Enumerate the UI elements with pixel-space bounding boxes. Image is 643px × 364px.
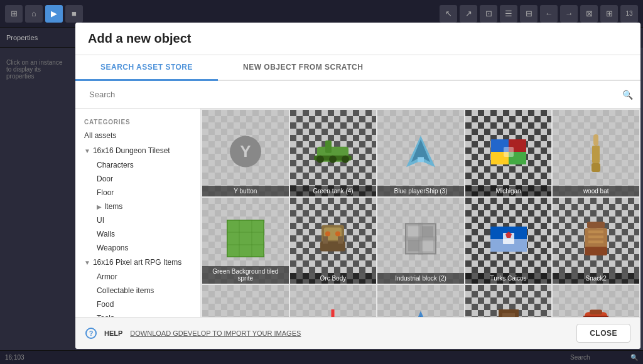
- y-button-icon: Y: [230, 136, 261, 167]
- asset-label: Green tank (4): [290, 186, 377, 196]
- properties-panel: Properties: [0, 28, 75, 48]
- search-bar: 🔍: [75, 81, 640, 109]
- status-bar: 16;103 🔍: [0, 350, 643, 364]
- svg-marker-55: [413, 316, 429, 317]
- asset-label: Snack2: [553, 273, 639, 284]
- svg-point-27: [335, 232, 340, 237]
- sidebar-item-ui[interactable]: UI: [88, 213, 200, 227]
- sidebar-item-collectable[interactable]: Collectable items: [88, 284, 200, 297]
- dungeon-group: Characters Door Floor ▶ Items UI Walls W…: [75, 158, 200, 255]
- svg-rect-37: [404, 237, 437, 242]
- svg-rect-8: [418, 157, 424, 162]
- industrial-icon: [404, 223, 437, 255]
- chevron-down-icon-2: ▼: [84, 259, 90, 266]
- sidebar-item-dungeon[interactable]: ▼ 16x16 Dungeon Tileset: [75, 143, 200, 158]
- asset-label: Industrial block (2): [377, 273, 464, 284]
- asset-label: Turks Caicos: [465, 273, 552, 284]
- toolbar-r2[interactable]: ↗: [460, 5, 477, 23]
- search-icon: 🔍: [622, 90, 633, 100]
- sidebar-item-food[interactable]: Food: [88, 297, 200, 311]
- asset-red-laser[interactable]: Red laser (14): [290, 285, 377, 317]
- modal-footer: ? HELP DOWNLOAD GDEVELOP TO IMPORT YOUR …: [75, 317, 640, 349]
- svg-rect-66: [590, 309, 602, 314]
- toolbar-r5[interactable]: ⊟: [520, 5, 538, 23]
- michigan-icon: [491, 139, 526, 164]
- help-label[interactable]: HELP: [104, 329, 122, 337]
- svg-point-5: [342, 156, 349, 163]
- toolbar-home-icon[interactable]: ⌂: [25, 5, 43, 23]
- asset-michigan[interactable]: Michigan: [465, 110, 552, 196]
- asset-blue-ship2[interactable]: Blue playerShip (2): [377, 285, 464, 317]
- wood-bat-icon: [590, 134, 602, 172]
- asset-blue-ship[interactable]: Blue playerShip (3): [377, 110, 464, 196]
- sidebar-item-door[interactable]: Door: [88, 172, 200, 186]
- asset-label: wood bat: [553, 186, 639, 196]
- toolbar-play-icon[interactable]: ▶: [45, 5, 63, 23]
- sidebar-item-items[interactable]: ▶ Items: [88, 200, 200, 213]
- asset-orc[interactable]: Orc Body: [290, 198, 377, 284]
- modal-header: Add a new object: [75, 23, 640, 55]
- asset-content-area: Y Y button G: [201, 109, 640, 317]
- download-gdevelop-link[interactable]: DOWNLOAD GDEVELOP TO IMPORT YOUR IMAGES: [130, 329, 301, 337]
- green-tank-icon: [314, 138, 352, 166]
- svg-rect-1: [325, 141, 332, 153]
- tab-new-object-scratch[interactable]: NEW OBJECT FROM SCRATCH: [218, 55, 388, 81]
- toolbar-r4[interactable]: ☰: [500, 5, 517, 23]
- svg-point-26: [325, 232, 330, 237]
- blue-ship2-icon: [405, 309, 436, 317]
- toolbar-r7[interactable]: →: [560, 5, 578, 23]
- sidebar-item-weapons-1[interactable]: Weapons: [88, 241, 200, 255]
- red-laser-icon: [329, 309, 337, 317]
- categories-title: CATEGORIES: [75, 114, 200, 128]
- toolbar-r9[interactable]: ⊞: [600, 5, 618, 23]
- asset-wood-bat[interactable]: wood bat: [553, 110, 639, 196]
- red-barrel-icon: [581, 309, 611, 317]
- asset-rock[interactable]: Rock with grass (2): [202, 285, 289, 317]
- svg-rect-18: [227, 220, 264, 257]
- asset-y-button[interactable]: Y Y button: [202, 110, 289, 196]
- toolbar-grid-icon[interactable]: ⊞: [5, 5, 23, 23]
- sidebar-item-armor[interactable]: Armor: [88, 270, 200, 284]
- asset-green-tank[interactable]: Green tank (4): [290, 110, 377, 196]
- sidebar-item-all-assets[interactable]: All assets: [75, 128, 200, 143]
- rpg-items-group: Armor Collectable items Food Tools Weapo…: [75, 270, 200, 317]
- toolbar-r6[interactable]: ←: [540, 5, 558, 23]
- sidebar-item-rpg-items[interactable]: ▼ 16x16 Pixel art RPG Items: [75, 255, 200, 270]
- toolbar-r10[interactable]: 13: [620, 5, 638, 23]
- toolbar-r8[interactable]: ⊠: [580, 5, 598, 23]
- orc-icon: [316, 223, 349, 255]
- green-bg-icon: [227, 220, 264, 257]
- asset-red-barrel[interactable]: Red barrel: [553, 285, 639, 317]
- close-button[interactable]: CLOSE: [576, 324, 630, 343]
- help-icon[interactable]: ?: [85, 328, 97, 339]
- asset-snack[interactable]: Snack2: [553, 198, 639, 284]
- snack-icon: [582, 222, 610, 256]
- sidebar-item-floor[interactable]: Floor: [88, 186, 200, 200]
- asset-green-bg[interactable]: Green Background tiled sprite: [202, 198, 289, 284]
- sidebar-item-walls[interactable]: Walls: [88, 227, 200, 241]
- tab-search-asset-store[interactable]: SEARCH ASSET STORE: [75, 55, 218, 81]
- status-search-icon: 🔍: [630, 354, 638, 361]
- modal-body: CATEGORIES All assets ▼ 16x16 Dungeon Ti…: [75, 109, 640, 317]
- coords-display: 16;103: [5, 354, 24, 361]
- sidebar-item-tools[interactable]: Tools: [88, 311, 200, 317]
- sidebar-item-characters[interactable]: Characters: [88, 158, 200, 172]
- svg-rect-29: [323, 237, 328, 244]
- toolbar-stop-icon[interactable]: ■: [65, 5, 83, 23]
- search-input[interactable]: [83, 86, 622, 103]
- svg-rect-35: [422, 240, 433, 252]
- status-search-input[interactable]: [570, 354, 620, 361]
- toolbar-r3[interactable]: ⊡: [480, 5, 497, 23]
- door-frame-icon: [495, 308, 522, 317]
- asset-door-frame[interactable]: Door Frame Right: [465, 285, 552, 317]
- blue-ship-icon: [405, 134, 436, 168]
- asset-industrial[interactable]: Industrial block (2): [377, 198, 464, 284]
- svg-rect-15: [593, 134, 598, 146]
- asset-label: Blue playerShip (3): [377, 186, 464, 196]
- svg-rect-17: [592, 163, 600, 172]
- left-panel-click-hint: Click on an instance to display its prop…: [0, 53, 75, 86]
- asset-turks[interactable]: Turks Caicos: [465, 198, 552, 284]
- svg-rect-32: [408, 227, 419, 238]
- toolbar-r1[interactable]: ↖: [440, 5, 457, 23]
- modal-tab-bar: SEARCH ASSET STORE NEW OBJECT FROM SCRAT…: [75, 55, 640, 81]
